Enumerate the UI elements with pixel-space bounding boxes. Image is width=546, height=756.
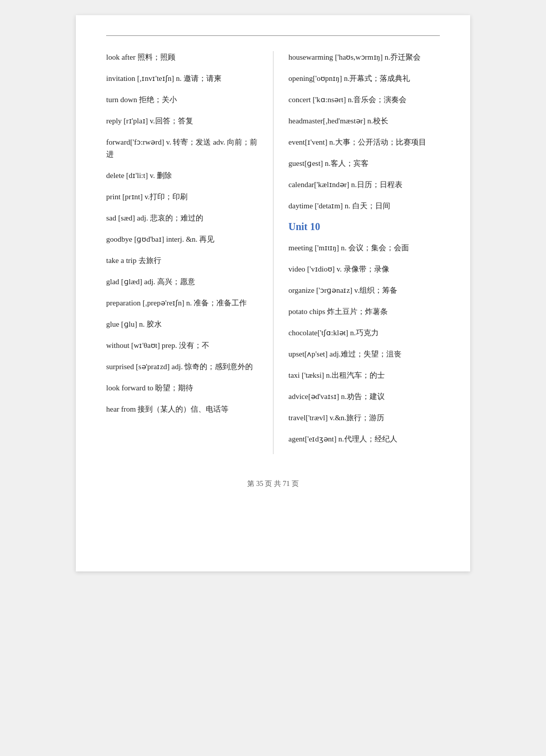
vocab-entry-right-pre: opening['oʊpnɪŋ] n.开幕式；落成典礼 (289, 72, 440, 84)
vocab-entry-right-pre: daytime ['detaɪm] n. 白天；日间 (289, 200, 440, 212)
vocab-entry-left: invitation [ˌɪnvɪ'teɪʃn] n. 邀请；请柬 (106, 72, 258, 84)
vocab-entry-right-post: travel['trævl] v.&n.旅行；游历 (289, 412, 440, 424)
vocab-entry-right-post: meeting ['mɪtɪŋ] n. 会议；集会；会面 (289, 242, 440, 254)
right-column: housewarming ['haʊs,wɔrmɪŋ] n.乔迁聚会openin… (274, 51, 440, 454)
vocab-entry-left: take a trip 去旅行 (106, 254, 258, 266)
vocab-entry-left: look after 照料；照顾 (106, 51, 258, 63)
left-column: look after 照料；照顾invitation [ˌɪnvɪ'teɪʃn]… (106, 51, 274, 454)
vocab-entry-left: glue [ɡlu] n. 胶水 (106, 318, 258, 330)
top-divider (106, 35, 440, 36)
content-columns: look after 照料；照顾invitation [ˌɪnvɪ'teɪʃn]… (106, 51, 440, 454)
vocab-entry-left: preparation [ˌprepə'reɪʃn] n. 准备；准备工作 (106, 297, 258, 309)
vocab-entry-left: surprised [sə'praɪzd] adj. 惊奇的；感到意外的 (106, 361, 258, 373)
vocab-entry-right-post: video ['vɪdioʊ] v. 录像带；录像 (289, 263, 440, 275)
vocab-entry-left: hear from 接到（某人的）信、电话等 (106, 403, 258, 415)
vocab-entry-right-post: organize ['ɔrɡənaɪz] v.组织；筹备 (289, 284, 440, 296)
vocab-entry-right-post: advice[əd'vaɪsɪ] n.劝告；建议 (289, 390, 440, 403)
vocab-entry-left: glad [ɡlæd] adj. 高兴；愿意 (106, 276, 258, 288)
vocab-entry-right-pre: event[ɪ'vent] n.大事；公开活动；比赛项目 (289, 136, 440, 148)
vocab-entry-right-pre: housewarming ['haʊs,wɔrmɪŋ] n.乔迁聚会 (289, 51, 440, 63)
vocab-entry-right-post: agent['eɪdʒənt] n.代理人；经纪人 (289, 433, 440, 445)
vocab-entry-left: forward['fɔ:rwərd] v. 转寄；发送 adv. 向前；前进 (106, 136, 258, 160)
vocab-entry-left: without [wɪ'θaʊt] prep. 没有；不 (106, 339, 258, 351)
vocab-entry-right-pre: concert ['kɑ:nsərt] n.音乐会；演奏会 (289, 94, 440, 106)
vocab-entry-right-pre: calendar['kælɪndər] n.日历；日程表 (289, 179, 440, 191)
vocab-entry-right-post: chocolate['tʃɑ:klət] n.巧克力 (289, 327, 440, 339)
footer: 第 35 页 共 71 页 (106, 474, 440, 488)
vocab-entry-right-post: upset[ʌp'set] adj.难过；失望；沮丧 (289, 348, 440, 360)
vocab-entry-left: reply [rɪ'plaɪ] v.回答；答复 (106, 115, 258, 127)
page: look after 照料；照顾invitation [ˌɪnvɪ'teɪʃn]… (76, 15, 470, 571)
vocab-entry-right-pre: guest[ɡest] n.客人；宾客 (289, 157, 440, 169)
vocab-entry-right-post: potato chips 炸土豆片；炸薯条 (289, 305, 440, 318)
vocab-entry-right-pre: headmaster[ˌhed'mæstər] n.校长 (289, 115, 440, 127)
vocab-entry-left: print [prɪnt] v.打印；印刷 (106, 191, 258, 203)
vocab-entry-left: turn down 拒绝；关小 (106, 94, 258, 106)
vocab-entry-left: sad [sæd] adj. 悲哀的；难过的 (106, 212, 258, 224)
vocab-entry-left: look forward to 盼望；期待 (106, 382, 258, 394)
unit-heading: Unit 10 (289, 221, 440, 233)
vocab-entry-left: goodbye [ɡʊd'baɪ] interj. &n. 再见 (106, 233, 258, 245)
page-info: 第 35 页 共 71 页 (247, 480, 299, 487)
vocab-entry-right-post: taxi ['tæksi] n.出租汽车；的士 (289, 369, 440, 381)
vocab-entry-left: delete [dɪ'li:t] v. 删除 (106, 169, 258, 182)
